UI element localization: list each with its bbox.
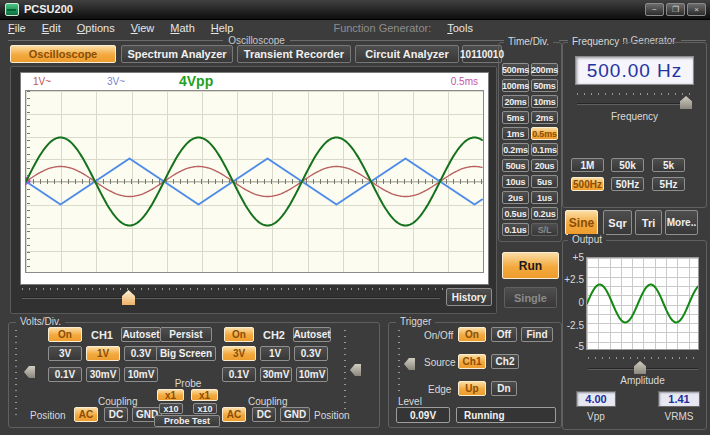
trigger-find-button[interactable]: Find	[521, 327, 553, 342]
menu-help[interactable]: Help	[203, 22, 242, 34]
timediv-2us[interactable]: 2us	[502, 191, 529, 204]
probe-test-button[interactable]: Probe Test	[154, 415, 220, 427]
trigger-edge-dn[interactable]: Dn	[491, 381, 517, 396]
timediv-5us[interactable]: 5us	[531, 175, 558, 188]
ch2-coupling-gnd[interactable]: GND	[280, 407, 310, 422]
range-5hz-button[interactable]: 5Hz	[652, 177, 685, 191]
timediv-200ms[interactable]: 200ms	[531, 63, 558, 76]
waveform-triangle-button[interactable]: Tri	[635, 210, 662, 235]
timediv-500ms[interactable]: 500ms	[502, 63, 529, 76]
ch1-10mv-button[interactable]: 10mV	[124, 367, 158, 382]
ch1-30mv-button[interactable]: 30mV	[86, 367, 120, 382]
ch1-probe-x10-button[interactable]: x10	[159, 403, 183, 414]
tab-logic-analyzer[interactable]: 10110010	[462, 45, 502, 63]
range-5k-button[interactable]: 5k	[652, 158, 685, 172]
ch1-probe-x1-button[interactable]: x1	[157, 389, 184, 401]
trigger-edge-up[interactable]: Up	[458, 381, 486, 396]
trigger-off-button[interactable]: Off	[491, 327, 517, 342]
range-1m-button[interactable]: 1M	[571, 158, 604, 172]
restore-icon[interactable]: ❐	[666, 3, 685, 16]
app-icon	[5, 3, 19, 16]
ch1-sensitivity-label: 1V~	[33, 76, 51, 87]
ytick-m5: -5	[562, 341, 584, 352]
timediv-5ms[interactable]: 5ms	[502, 111, 529, 124]
timediv-1us[interactable]: 1us	[531, 191, 558, 204]
ch1-3v-button[interactable]: 3V	[48, 346, 82, 361]
ch2-on-button[interactable]: On	[224, 327, 254, 342]
waveform-more-button[interactable]: More..	[665, 210, 698, 235]
ch1-label: CH1	[86, 329, 118, 341]
timediv-20us[interactable]: 20us	[531, 159, 558, 172]
trigger-label: Trigger	[396, 316, 435, 327]
frequency-slider[interactable]	[577, 103, 692, 105]
waveform-square-button[interactable]: Sqr	[603, 210, 632, 235]
run-button[interactable]: Run	[502, 252, 559, 279]
ch1-autoset-button[interactable]: Autoset	[121, 327, 161, 342]
tab-transient-recorder[interactable]: Transient Recorder	[237, 45, 351, 63]
ch1-coupling-dc[interactable]: DC	[104, 407, 128, 422]
amplitude-slider-ticks	[588, 357, 698, 359]
tab-spectrum-analyzer[interactable]: Spectrum Analyzer	[121, 45, 233, 63]
ch1-0.1v-button[interactable]: 0.1V	[48, 367, 82, 382]
timediv-1ms[interactable]: 1ms	[502, 127, 529, 140]
timediv-0p5us[interactable]: 0.5us	[502, 207, 529, 220]
trigger-source-ch1[interactable]: Ch1	[458, 354, 486, 369]
timediv-0p2us[interactable]: 0.2us	[531, 207, 558, 220]
vpp-label: Vpp	[576, 411, 616, 422]
timediv-0p1us[interactable]: 0.1us	[502, 223, 529, 236]
timediv-0p1ms[interactable]: 0.1ms	[531, 143, 558, 156]
scope-scrollbar[interactable]	[22, 297, 440, 299]
menu-math[interactable]: Math	[162, 22, 202, 34]
ch2-0.1v-button[interactable]: 0.1V	[222, 367, 256, 382]
ch2-label: CH2	[258, 329, 290, 341]
timediv-100ms[interactable]: 100ms	[502, 79, 529, 92]
menu-options[interactable]: Options	[69, 22, 123, 34]
menu-edit[interactable]: Edit	[34, 22, 69, 34]
ch2-sensitivity-label: 3V~	[107, 76, 125, 87]
ch2-probe-x10-button[interactable]: x10	[193, 403, 217, 414]
big-screen-button[interactable]: Big Screen	[156, 346, 216, 361]
ch2-autoset-button[interactable]: Autoset	[293, 327, 331, 342]
tab-oscilloscope[interactable]: Oscilloscope	[10, 45, 116, 63]
menu-bar: File Edit Options View Math Help Functio…	[0, 20, 710, 36]
ch1-coupling-ac[interactable]: AC	[74, 407, 98, 422]
tab-circuit-analyzer[interactable]: Circuit Analyzer	[355, 45, 459, 63]
history-button[interactable]: History	[446, 288, 492, 306]
waveform-sine-button[interactable]: Sine	[565, 210, 598, 235]
ch2-1v-button[interactable]: 1V	[260, 346, 290, 361]
ch2-coupling-dc[interactable]: DC	[252, 407, 276, 422]
ch1-0.3v-button[interactable]: 0.3V	[124, 346, 158, 361]
ch1-1v-button[interactable]: 1V	[86, 346, 120, 361]
timediv-10us[interactable]: 10us	[502, 175, 529, 188]
range-500hz-button[interactable]: 500Hz	[571, 177, 604, 191]
timediv-0p2ms[interactable]: 0.2ms	[502, 143, 529, 156]
timediv-20ms[interactable]: 20ms	[502, 95, 529, 108]
range-50k-button[interactable]: 50k	[611, 158, 644, 172]
menu-view[interactable]: View	[123, 22, 163, 34]
ch1-on-button[interactable]: On	[48, 327, 82, 342]
frequency-slider-ticks	[577, 93, 692, 95]
timediv-0p5ms[interactable]: 0.5ms	[531, 127, 558, 140]
ch2-10mv-button[interactable]: 10mV	[296, 367, 328, 382]
trigger-on-button[interactable]: On	[458, 327, 486, 342]
trigger-source-ch2[interactable]: Ch2	[491, 354, 519, 369]
ch2-30mv-button[interactable]: 30mV	[260, 367, 292, 382]
menu-file[interactable]: File	[0, 22, 34, 34]
ch2-0.3v-button[interactable]: 0.3V	[294, 346, 328, 361]
ch2-coupling-ac[interactable]: AC	[222, 407, 246, 422]
ch2-probe-x1-button[interactable]: x1	[191, 389, 218, 401]
timediv-2ms[interactable]: 2ms	[531, 111, 558, 124]
frequency-box-label: Frequency	[568, 36, 623, 47]
single-button[interactable]: Single	[504, 287, 557, 308]
timediv-50ms[interactable]: 50ms	[531, 79, 558, 92]
persist-button[interactable]: Persist	[160, 327, 212, 342]
menu-tools[interactable]: Tools	[439, 22, 481, 34]
range-50hz-button[interactable]: 50Hz	[611, 177, 644, 191]
timediv-50us[interactable]: 50us	[502, 159, 529, 172]
minimize-icon[interactable]: −	[645, 3, 664, 16]
timediv-10ms[interactable]: 10ms	[531, 95, 558, 108]
vrms-label: VRMS	[658, 411, 700, 422]
vpp-value: 4.00	[576, 391, 616, 407]
ch2-3v-button[interactable]: 3V	[222, 346, 256, 361]
close-icon[interactable]: ×	[687, 3, 706, 16]
